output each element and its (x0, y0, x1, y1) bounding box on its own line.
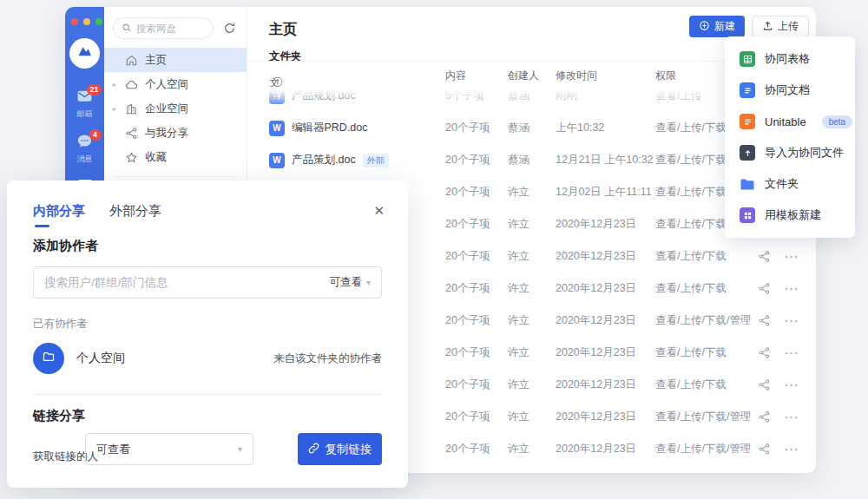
file-creator: 许立 (508, 176, 529, 208)
sidebar-item[interactable]: ▸ 企业空间 (104, 96, 247, 121)
menu-item-icon (740, 51, 755, 67)
file-content-count: 20个子项 (445, 176, 490, 208)
file-permissions: 查看/上传/下载/管理 (655, 433, 751, 465)
file-creator: 许立 (508, 272, 529, 305)
sidebar-item-label: 主页 (145, 53, 167, 68)
menu-item-icon (740, 176, 755, 192)
file-modified: 12月02日 上午11:11 (556, 176, 652, 208)
upload-icon (762, 20, 773, 34)
file-name: 产品策划.doc (292, 153, 356, 167)
menu-item[interactable]: 用模板新建 (725, 200, 855, 231)
unread-badge: 21 (87, 84, 101, 95)
share-icon[interactable] (758, 378, 771, 391)
menu-item-icon (740, 207, 755, 223)
share-tab[interactable]: 外部分享 (109, 203, 161, 227)
file-modified: 2020年12月23日 (556, 433, 636, 465)
sidebar-item[interactable]: 主页 (104, 48, 247, 72)
sidebar-item[interactable]: 与我分享 (104, 121, 247, 145)
collaborator-row[interactable]: 个人空间 来自该文件夹的协作者 (33, 338, 382, 379)
menu-item[interactable]: 文件夹 (725, 168, 855, 200)
share-icon[interactable] (758, 346, 771, 359)
minimize-window-icon[interactable] (83, 18, 90, 25)
file-creator: 许立 (508, 433, 529, 465)
share-icon[interactable] (758, 443, 771, 456)
collaborator-search-box[interactable]: 可查看 ▾ (33, 266, 382, 299)
share-tab[interactable]: 内部分享 (33, 203, 85, 227)
chevron-down-icon: ▾ (238, 444, 242, 454)
menu-item-label: 用模板新建 (765, 207, 821, 223)
file-content-count: 20个子项 (445, 112, 490, 144)
file-permissions: 查看/上传/下载/管理 (655, 465, 751, 473)
menu-item[interactable]: 协同文档 (725, 75, 855, 106)
new-dropdown-menu: 协同表格 协同文档 Unitable beta 导入为协同文件 (725, 36, 855, 238)
window-controls (71, 18, 102, 25)
share-icon[interactable] (758, 250, 771, 263)
share-icon[interactable] (758, 282, 771, 295)
close-window-icon[interactable] (71, 18, 78, 25)
link-permission-select[interactable]: 可查看 ▾ (85, 433, 253, 465)
file-modified: 2020年12月23日 (556, 465, 636, 473)
menu-item-icon (740, 145, 755, 161)
menu-item-label: 文件夹 (765, 176, 799, 192)
file-content-count: 20个子项 (445, 433, 490, 465)
share-icon[interactable] (758, 314, 771, 327)
share-icon[interactable] (758, 410, 771, 423)
file-permissions: 查看/上传/下载/管理 (655, 305, 751, 337)
sidebar-item-icon (125, 102, 138, 115)
more-icon[interactable] (785, 255, 798, 259)
word-file-icon: W (269, 121, 285, 136)
menu-item-label: 导入为协同文件 (765, 145, 844, 161)
upload-button[interactable]: 上传 (752, 16, 809, 37)
file-content-count: 20个子项 (445, 208, 490, 240)
file-creator: 许立 (508, 337, 529, 369)
file-modified: 2020年12月23日 (556, 401, 636, 433)
share-modal-tabs: 内部分享 外部分享 (33, 203, 161, 227)
sidebar-item[interactable]: 收藏 (104, 145, 247, 169)
file-creator: 许立 (508, 369, 529, 401)
collaborator-search-input[interactable] (44, 276, 322, 289)
beta-badge: beta (822, 115, 852, 128)
menu-item-icon (740, 82, 755, 98)
new-button[interactable]: 新建 (689, 16, 745, 37)
sidebar-item-icon (125, 127, 138, 140)
sidebar-item-icon (125, 54, 138, 67)
existing-collaborators-title: 已有协作者 (33, 317, 88, 332)
sidebar-item-label: 与我分享 (145, 126, 188, 141)
file-creator: 蔡涵 (508, 112, 529, 144)
app-logo (69, 38, 100, 69)
more-icon[interactable] (785, 384, 798, 387)
folder-icon (42, 350, 56, 367)
rail-item[interactable]: 4 消息 (65, 128, 104, 174)
more-icon[interactable] (785, 351, 798, 355)
close-icon[interactable]: ✕ (373, 203, 385, 219)
more-icon[interactable] (785, 287, 798, 291)
sidebar-item[interactable]: ▸ 个人空间 (104, 72, 247, 96)
menu-item[interactable]: Unitable beta (725, 106, 855, 137)
file-creator: 许立 (508, 465, 529, 473)
file-modified: 2020年12月23日 (556, 337, 636, 369)
search-input[interactable] (136, 23, 197, 34)
sidebar-item-label: 企业空间 (145, 102, 188, 116)
search-box[interactable] (113, 17, 214, 39)
maximize-window-icon[interactable] (95, 18, 102, 25)
file-content-count: 20个子项 (445, 401, 490, 433)
expand-caret-icon[interactable]: ▸ (113, 105, 116, 113)
copy-link-button[interactable]: 复制链接 (298, 433, 382, 465)
logo-mark-icon (76, 43, 94, 64)
more-icon[interactable] (785, 319, 798, 323)
sidebar-item-icon (125, 151, 138, 164)
more-icon[interactable] (785, 448, 798, 451)
permission-dropdown[interactable]: 可查看 ▾ (329, 275, 371, 290)
rail-item[interactable]: 21 邮箱 (65, 83, 104, 128)
more-icon[interactable] (785, 416, 798, 419)
file-permissions: 查看/上传/下载 (655, 337, 727, 369)
menu-item-icon (740, 114, 755, 129)
refresh-icon[interactable] (220, 20, 238, 37)
menu-item-label: 协同文档 (765, 82, 810, 98)
file-content-count: 20个子项 (445, 337, 490, 369)
menu-item[interactable]: 协同表格 (725, 43, 855, 75)
expand-caret-icon[interactable]: ▸ (113, 81, 116, 89)
page-title: 主页 (269, 21, 297, 39)
sidebar-divider (115, 176, 236, 177)
menu-item[interactable]: 导入为协同文件 (725, 137, 855, 168)
